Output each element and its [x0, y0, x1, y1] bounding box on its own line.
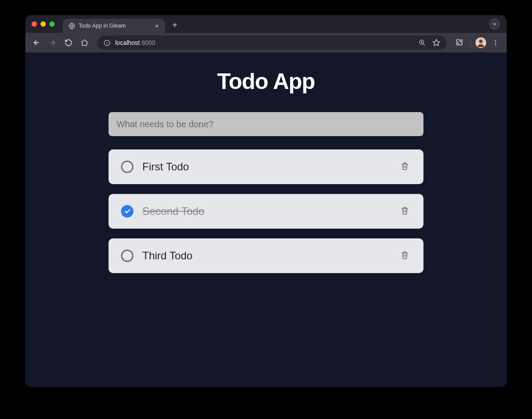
todo-item: First Todo: [109, 149, 423, 184]
svg-point-7: [495, 44, 496, 45]
close-tab-button[interactable]: [153, 23, 160, 29]
trash-icon: [400, 205, 409, 217]
new-todo-input[interactable]: [109, 112, 423, 136]
maximize-window-button[interactable]: [49, 21, 55, 27]
trash-icon: [400, 161, 409, 173]
todo-item: Second Todo: [109, 194, 423, 229]
profile-avatar[interactable]: [476, 37, 486, 48]
close-window-button[interactable]: [32, 21, 37, 27]
reload-button[interactable]: [62, 36, 75, 49]
address-bar[interactable]: localhost:8000: [97, 36, 447, 50]
extensions-icon[interactable]: [453, 36, 466, 49]
url-host: localhost: [115, 39, 140, 46]
minimize-window-button[interactable]: [40, 21, 46, 27]
browser-window: Todo App in Gleam: [25, 15, 507, 387]
todo-checkbox[interactable]: [121, 250, 133, 262]
site-info-icon[interactable]: [103, 39, 111, 47]
todo-list: First TodoSecond TodoThird Todo: [109, 149, 423, 273]
tab-bar: Todo App in Gleam: [25, 15, 507, 33]
delete-todo-button[interactable]: [399, 250, 411, 262]
svg-point-4: [479, 40, 483, 43]
browser-toolbar: localhost:8000: [25, 33, 507, 52]
back-button[interactable]: [30, 36, 43, 49]
todo-text: Third Todo: [142, 250, 390, 262]
tab-title: Todo App in Gleam: [79, 23, 150, 29]
window-controls: [32, 21, 55, 27]
toolbar-divider: [471, 38, 471, 47]
home-button[interactable]: [78, 36, 91, 49]
page-title: Todo App: [25, 68, 507, 94]
delete-todo-button[interactable]: [399, 205, 411, 218]
todo-checkbox[interactable]: [121, 205, 133, 218]
url-port: :8000: [140, 39, 155, 46]
bookmark-icon[interactable]: [431, 38, 441, 48]
delete-todo-button[interactable]: [399, 161, 411, 173]
page-content: Todo App First TodoSecond TodoThird Todo: [25, 52, 507, 387]
toolbar-right: [453, 36, 502, 49]
globe-icon: [68, 22, 75, 29]
browser-tab[interactable]: Todo App in Gleam: [63, 19, 165, 33]
url-text: localhost:8000: [115, 39, 413, 46]
forward-button[interactable]: [46, 36, 59, 49]
trash-icon: [400, 250, 409, 262]
todo-app: First TodoSecond TodoThird Todo: [109, 112, 423, 273]
new-tab-button[interactable]: [169, 19, 181, 31]
todo-checkbox[interactable]: [121, 161, 133, 173]
zoom-icon[interactable]: [417, 38, 427, 48]
todo-text: First Todo: [142, 161, 390, 173]
todo-text: Second Todo: [142, 205, 390, 218]
todo-item: Third Todo: [109, 238, 423, 273]
browser-menu-button[interactable]: [489, 36, 502, 49]
tabs-dropdown-button[interactable]: [489, 18, 500, 30]
svg-point-5: [495, 40, 496, 41]
svg-point-6: [495, 42, 496, 44]
